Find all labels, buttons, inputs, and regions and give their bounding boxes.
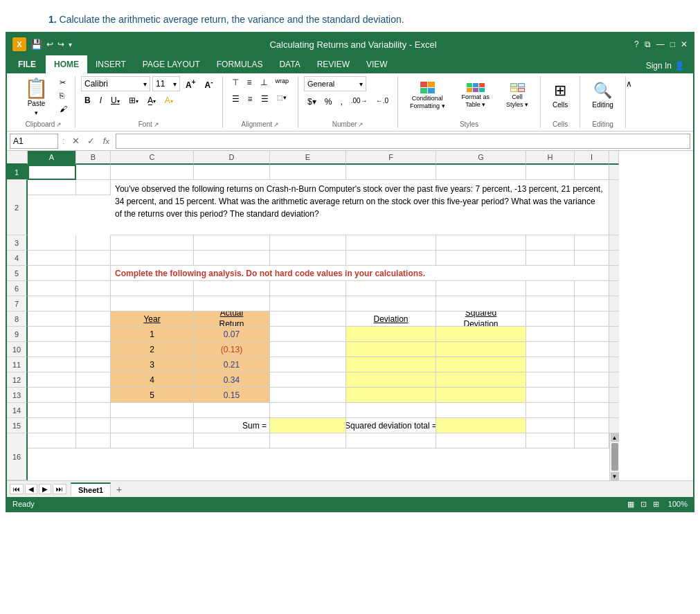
- help-button[interactable]: ?: [634, 39, 639, 49]
- cell-a11[interactable]: [28, 357, 76, 372]
- cell-a9[interactable]: [28, 327, 76, 342]
- percent-button[interactable]: %: [321, 96, 336, 108]
- cell-c8[interactable]: Year: [111, 311, 194, 327]
- cell-c3[interactable]: [111, 235, 194, 251]
- cell-g3[interactable]: [436, 235, 526, 251]
- cell-c12[interactable]: 4: [111, 372, 194, 388]
- col-header-d[interactable]: D: [194, 151, 270, 165]
- cell-d11[interactable]: 0.21: [194, 357, 270, 372]
- tab-page-layout[interactable]: PAGE LAYOUT: [134, 55, 208, 73]
- col-header-i[interactable]: I: [575, 151, 609, 165]
- align-left-button[interactable]: ☰: [228, 93, 243, 105]
- cell-c16[interactable]: [111, 433, 194, 449]
- row-num-9[interactable]: 9: [7, 327, 28, 342]
- font-size-dropdown[interactable]: ▾: [173, 80, 177, 88]
- row-num-6[interactable]: 6: [7, 281, 28, 296]
- row-num-5[interactable]: 5: [7, 266, 28, 281]
- cell-f16[interactable]: [346, 433, 436, 449]
- confirm-formula-button[interactable]: ✓: [84, 134, 98, 148]
- cell-e13[interactable]: [270, 388, 346, 403]
- row-num-15[interactable]: 15: [7, 418, 28, 433]
- row-num-12[interactable]: 12: [7, 372, 28, 388]
- cell-f14[interactable]: [346, 403, 436, 418]
- cell-f13[interactable]: [346, 388, 436, 403]
- font-grow-button[interactable]: A+: [182, 77, 199, 91]
- page-layout-view-button[interactable]: ⊡: [640, 500, 647, 508]
- cell-g7[interactable]: [436, 296, 526, 311]
- tab-file[interactable]: FILE: [8, 55, 46, 73]
- cell-c1[interactable]: [111, 165, 194, 180]
- add-sheet-button[interactable]: +: [112, 482, 126, 496]
- wrap-text-button[interactable]: wrap: [272, 76, 293, 89]
- cell-c5-instruction[interactable]: Complete the following analysis. Do not …: [111, 266, 609, 281]
- format-painter-button[interactable]: 🖌: [57, 102, 69, 115]
- formula-input[interactable]: [116, 134, 690, 149]
- col-header-e[interactable]: E: [270, 151, 346, 165]
- cell-i8[interactable]: [575, 311, 609, 327]
- align-center-button[interactable]: ≡: [244, 93, 256, 105]
- scroll-up-button[interactable]: ▲: [611, 433, 619, 442]
- qat-redo[interactable]: ↪: [57, 39, 64, 49]
- cell-g8[interactable]: SquaredDeviation: [436, 311, 526, 327]
- cell-b8[interactable]: [76, 311, 111, 327]
- row-num-13[interactable]: 13: [7, 388, 28, 403]
- qat-undo[interactable]: ↩: [46, 39, 53, 49]
- cell-g1[interactable]: [436, 165, 526, 180]
- underline-button[interactable]: U▾: [107, 94, 123, 107]
- page-break-view-button[interactable]: ⊞: [653, 500, 659, 508]
- tab-formulas[interactable]: FORMULAS: [208, 55, 271, 73]
- cell-e15[interactable]: [270, 418, 346, 433]
- copy-button[interactable]: ⎘: [57, 89, 69, 102]
- cell-a10[interactable]: [28, 342, 76, 357]
- cell-h6[interactable]: [526, 281, 575, 296]
- cell-b2-content[interactable]: You've observed the following returns on…: [111, 180, 609, 235]
- cell-d3[interactable]: [194, 235, 270, 251]
- cell-d16[interactable]: [194, 433, 270, 449]
- cell-h16[interactable]: [526, 433, 575, 449]
- cell-i9[interactable]: [575, 327, 609, 342]
- cell-c7[interactable]: [111, 296, 194, 311]
- sheet-tab-1[interactable]: Sheet1: [71, 482, 111, 496]
- cell-i15[interactable]: [575, 418, 609, 433]
- paste-button[interactable]: 📋 Paste ▾: [18, 76, 55, 119]
- cell-d13[interactable]: 0.15: [194, 388, 270, 403]
- scroll-thumb[interactable]: [611, 443, 618, 471]
- cell-c4[interactable]: [111, 251, 194, 266]
- paste-dropdown[interactable]: ▾: [35, 109, 38, 116]
- cell-b3[interactable]: [76, 235, 111, 251]
- tab-home[interactable]: HOME: [46, 55, 87, 73]
- cell-b1[interactable]: [76, 165, 111, 180]
- cell-h7[interactable]: [526, 296, 575, 311]
- cell-b14[interactable]: [76, 403, 111, 418]
- cell-h10[interactable]: [526, 342, 575, 357]
- cell-f4[interactable]: [346, 251, 436, 266]
- row-num-2[interactable]: 2: [7, 180, 28, 235]
- cell-h8[interactable]: [526, 311, 575, 327]
- font-face-dropdown[interactable]: ▾: [143, 80, 147, 88]
- cell-f9[interactable]: [346, 327, 436, 342]
- cell-d9[interactable]: 0.07: [194, 327, 270, 342]
- ribbon-collapse[interactable]: ∧: [626, 76, 632, 128]
- italic-button[interactable]: I: [96, 94, 105, 107]
- cell-i11[interactable]: [575, 357, 609, 372]
- cell-a13[interactable]: [28, 388, 76, 403]
- cell-a16[interactable]: [28, 433, 76, 449]
- cell-e7[interactable]: [270, 296, 346, 311]
- sheet-nav-prev[interactable]: ◀: [25, 484, 37, 494]
- cell-d6[interactable]: [194, 281, 270, 296]
- cell-g12[interactable]: [436, 372, 526, 388]
- align-right-button[interactable]: ☰: [258, 93, 272, 105]
- cell-e12[interactable]: [270, 372, 346, 388]
- format-as-table-button[interactable]: Format asTable ▾: [456, 76, 496, 115]
- currency-button[interactable]: $▾: [304, 96, 320, 108]
- cell-a2[interactable]: [28, 180, 76, 195]
- conditional-formatting-button[interactable]: ConditionalFormatting ▾: [404, 76, 451, 115]
- cell-e11[interactable]: [270, 357, 346, 372]
- cell-i16[interactable]: [575, 433, 609, 449]
- align-bottom-button[interactable]: ⊥: [257, 76, 271, 89]
- cell-i12[interactable]: [575, 372, 609, 388]
- cell-d15[interactable]: Sum =: [194, 418, 270, 433]
- cell-a3[interactable]: [28, 235, 76, 251]
- tab-review[interactable]: REVIEW: [309, 55, 358, 73]
- cell-i4[interactable]: [575, 251, 609, 266]
